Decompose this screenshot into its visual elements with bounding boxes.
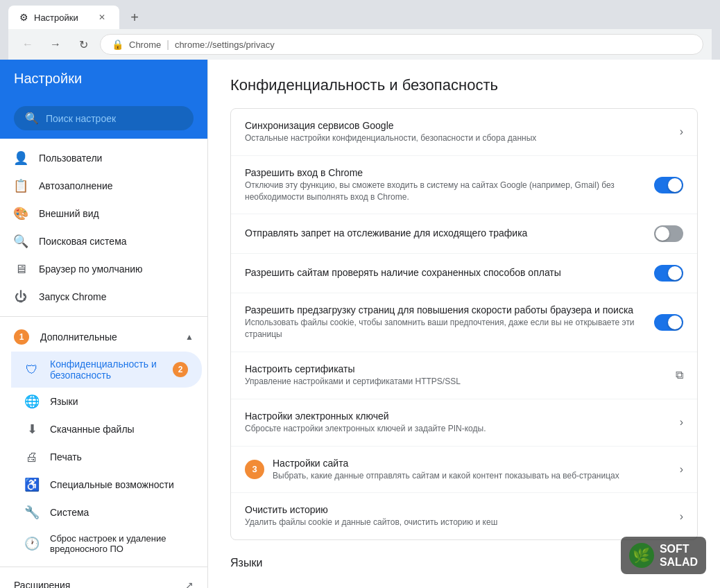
privacy-badge: 2 (173, 362, 188, 377)
setting-row-security-keys[interactable]: Настройки электронных ключей Сбросьте на… (231, 399, 697, 447)
setting-row-dnt[interactable]: Отправлять запрет на отслеживание для ис… (231, 214, 697, 254)
toggle-track-signin[interactable] (654, 177, 683, 193)
sidebar-item-privacy[interactable]: 🛡 Конфиденциальность и безопасность 2 (11, 352, 202, 388)
sidebar-item-label: Система (50, 507, 89, 518)
search-bar-container: 🔍 (0, 98, 207, 139)
active-tab[interactable]: ⚙ Настройки ✕ (8, 6, 119, 29)
back-button[interactable]: ← (17, 33, 39, 55)
advanced-section-header[interactable]: 1 Дополнительные ▲ (0, 322, 207, 352)
sidebar-title: Настройки (14, 71, 82, 86)
system-icon: 🔧 (25, 505, 39, 519)
advanced-label: Дополнительные (40, 331, 174, 343)
setting-row-signin[interactable]: Разрешить вход в Chrome Отключив эту фун… (231, 156, 697, 215)
setting-row-sync[interactable]: Синхронизация сервисов Google Остальные … (231, 109, 697, 156)
setting-desc-sync: Остальные настройки конфиденциальности, … (245, 132, 671, 144)
search-engine-icon: 🔍 (14, 234, 28, 248)
sidebar-item-system[interactable]: 🔧 Система (11, 499, 202, 526)
sidebar-item-browser[interactable]: 🖥 Браузер по умолчанию (0, 255, 202, 283)
setting-title-payment: Разрешить сайтам проверять наличие сохра… (245, 267, 646, 278)
setting-title-sync: Синхронизация сервисов Google (245, 120, 671, 131)
setting-text-sync: Синхронизация сервисов Google Остальные … (245, 120, 671, 144)
sidebar-item-autofill[interactable]: 📋 Автозаполнение (0, 172, 202, 200)
setting-desc-signin: Отключив эту функцию, вы сможете входить… (245, 180, 646, 203)
watermark-text: SOFT SALAD (660, 542, 698, 569)
toggle-track-preload[interactable] (654, 314, 683, 331)
setting-row-preload[interactable]: Разрешить предзагрузку страниц для повыш… (231, 293, 697, 352)
setting-text-signin: Разрешить вход в Chrome Отключив эту фун… (245, 167, 646, 203)
setting-text-clear-history: Очистить историю Удалить файлы cookie и … (245, 504, 671, 528)
toggle-track-payment[interactable] (654, 265, 683, 282)
setting-title-preload: Разрешить предзагрузку страниц для повыш… (245, 304, 646, 315)
setting-text-site-settings: Настройки сайта Выбрать, какие данные от… (273, 458, 671, 482)
search-input[interactable] (46, 113, 182, 124)
print-icon: 🖨 (25, 450, 39, 464)
setting-title-site-settings: Настройки сайта (273, 458, 671, 469)
setting-row-clear-history[interactable]: Очистить историю Удалить файлы cookie и … (231, 493, 697, 539)
lock-icon: 🔒 (112, 39, 123, 50)
sidebar-item-print[interactable]: 🖨 Печать (11, 443, 202, 471)
sidebar-item-search[interactable]: 🔍 Поисковая система (0, 227, 202, 255)
sidebar-item-downloads[interactable]: ⬇ Скачанные файлы (11, 415, 202, 443)
address-bar[interactable]: 🔒 Chrome | chrome://settings/privacy (100, 34, 703, 55)
extensions-row[interactable]: Расширения ↗ (0, 573, 207, 588)
sidebar-item-label: Внешний вид (39, 208, 99, 219)
sidebar-item-label: Скачанные файлы (50, 424, 135, 435)
address-url: chrome://settings/privacy (175, 40, 275, 50)
advanced-badge: 1 (14, 329, 29, 345)
toggle-thumb-payment (668, 266, 682, 280)
sidebar-item-appearance[interactable]: 🎨 Внешний вид (0, 200, 202, 227)
chevron-right-icon-site: › (680, 463, 683, 476)
accessibility-icon: ♿ (25, 478, 39, 492)
setting-text-dnt: Отправлять запрет на отслеживание для ис… (245, 227, 646, 240)
toggle-dnt[interactable] (654, 225, 683, 242)
toggle-signin[interactable] (654, 177, 683, 193)
forward-button[interactable]: → (44, 33, 67, 55)
sidebar-item-accessibility[interactable]: ♿ Специальные возможности (11, 471, 202, 499)
setting-title-security-keys: Настройки электронных ключей (245, 410, 671, 422)
toggle-payment[interactable] (654, 265, 683, 282)
address-bar-row: ← → ↻ 🔒 Chrome | chrome://settings/priva… (8, 29, 712, 60)
search-bar[interactable]: 🔍 (14, 106, 194, 130)
new-tab-button[interactable]: + (125, 8, 144, 27)
privacy-icon: 🛡 (25, 363, 39, 377)
settings-container: Настройки 🔍 👤 Пользователи 📋 Автозаполне… (0, 60, 720, 588)
main-content: Конфиденциальность и безопасность Синхро… (208, 60, 720, 588)
watermark-line2: SALAD (660, 555, 698, 569)
setting-row-certificates[interactable]: Настроить сертификаты Управление настрой… (231, 352, 697, 399)
reload-button[interactable]: ↻ (72, 33, 94, 55)
setting-text-certificates: Настроить сертификаты Управление настрой… (245, 363, 667, 388)
autofill-icon: 📋 (14, 179, 28, 193)
toggle-thumb-preload (668, 315, 682, 329)
toggle-thumb-signin (668, 178, 682, 192)
search-icon: 🔍 (25, 112, 39, 125)
toggle-track-dnt[interactable] (654, 225, 683, 242)
setting-text-security-keys: Настройки электронных ключей Сбросьте на… (245, 410, 671, 435)
users-icon: 👤 (14, 151, 28, 165)
sidebar-item-reset[interactable]: 🕐 Сброс настроек и удаление вредоносного… (11, 526, 202, 561)
sidebar-divider-2 (0, 567, 207, 567)
setting-row-payment[interactable]: Разрешить сайтам проверять наличие сохра… (231, 254, 697, 293)
sidebar-item-startup[interactable]: ⏻ Запуск Chrome (0, 283, 202, 311)
sidebar-item-label: Браузер по умолчанию (39, 263, 143, 275)
setting-title-clear-history: Очистить историю (245, 504, 671, 515)
address-chrome: Chrome (129, 40, 161, 50)
setting-text-preload: Разрешить предзагрузку страниц для повыш… (245, 304, 646, 340)
tab-close-button[interactable]: ✕ (96, 11, 108, 24)
sidebar-nav: 👤 Пользователи 📋 Автозаполнение 🎨 Внешни… (0, 139, 207, 588)
setting-desc-site-settings: Выбрать, какие данные отправлять сайтам … (273, 470, 671, 482)
chevron-right-icon-keys: › (680, 416, 683, 429)
setting-title-certificates: Настроить сертификаты (245, 363, 667, 374)
setting-desc-security-keys: Сбросьте настройки электронных ключей и … (245, 423, 671, 435)
sidebar: Настройки 🔍 👤 Пользователи 📋 Автозаполне… (0, 60, 208, 588)
tab-icon: ⚙ (19, 12, 28, 23)
sidebar-item-users[interactable]: 👤 Пользователи (0, 144, 202, 172)
toggle-preload[interactable] (654, 314, 683, 331)
sidebar-item-label: Языки (50, 396, 78, 407)
sidebar-item-languages[interactable]: 🌐 Языки (11, 388, 202, 415)
sidebar-item-label: Автозаполнение (39, 180, 113, 191)
setting-row-site-settings[interactable]: 3 Настройки сайта Выбрать, какие данные … (231, 447, 697, 494)
sidebar-header: Настройки (0, 60, 207, 98)
sidebar-item-label: Пользователи (39, 153, 102, 164)
appearance-icon: 🎨 (14, 207, 28, 220)
sidebar-item-label: Конфиденциальность и безопасность (50, 358, 162, 381)
